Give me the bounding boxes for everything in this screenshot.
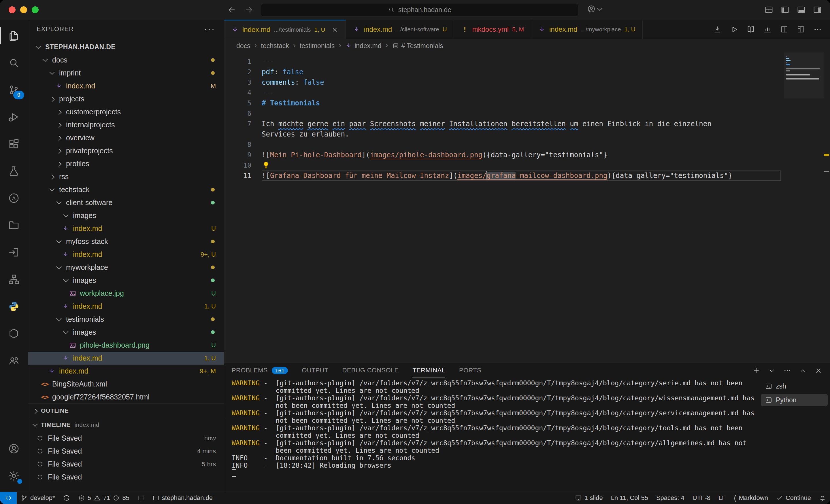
breadcrumb-item[interactable]: techstack <box>261 42 289 50</box>
outline-section-header[interactable]: OUTLINE <box>28 403 224 417</box>
tree-item-images[interactable]: images <box>28 209 224 222</box>
activity-extensions[interactable] <box>0 131 28 158</box>
tree-item-imprint[interactable]: imprint <box>28 67 224 79</box>
terminal-instance-Python[interactable]: Python <box>761 394 828 406</box>
tree-item-privateprojects[interactable]: privateprojects <box>28 144 224 157</box>
tree-item-BingSiteAuth.xml[interactable]: <>BingSiteAuth.xml <box>28 377 224 391</box>
minimap[interactable] <box>786 56 821 80</box>
tree-item-pihole-dashboard.png[interactable]: pihole-dashboard.pngU <box>28 339 224 351</box>
tree-item-myfoss-stack[interactable]: myfoss-stack <box>28 235 224 248</box>
tab-index.md[interactable]: index.md.../client-softwareU <box>346 20 454 39</box>
breadcrumb-item[interactable]: docs <box>236 42 250 50</box>
customize-layout-icon[interactable] <box>764 5 773 14</box>
panel-bottom-icon[interactable] <box>797 5 806 14</box>
breadcrumb-item[interactable]: testimonials <box>300 42 334 50</box>
live-preview-status[interactable]: stephan.hadan.de <box>149 492 217 504</box>
profile-button[interactable] <box>587 5 602 13</box>
chevron-down-icon[interactable] <box>768 367 776 375</box>
zoom-window-button[interactable] <box>32 6 39 13</box>
layout-status-button[interactable] <box>133 492 149 504</box>
tree-item-testimonials[interactable]: testimonials <box>28 313 224 326</box>
tree-item-STEPHAN.HADAN.DE[interactable]: STEPHAN.HADAN.DE <box>28 41 224 54</box>
tree-item-client-software[interactable]: client-software <box>28 196 224 209</box>
activity-source-control[interactable]: 9 <box>0 76 28 103</box>
panel-tab-PORTS[interactable]: PORTS <box>459 363 481 378</box>
chevron-up-icon[interactable] <box>799 367 807 375</box>
continue-status[interactable]: Continue <box>772 492 815 504</box>
breadcrumb-item[interactable]: index.md <box>345 42 381 50</box>
indentation-status[interactable]: Spaces: 4 <box>652 492 689 504</box>
timeline-section-header[interactable]: TIMELINE index.md <box>28 417 224 432</box>
problems-status[interactable]: 57185 <box>74 492 133 504</box>
tree-item-techstack[interactable]: techstack <box>28 183 224 196</box>
tree-item-internalprojects[interactable]: internalprojects <box>28 119 224 131</box>
tree-item-index.md[interactable]: index.mdM <box>28 79 224 93</box>
activity-hierarchy[interactable] <box>0 266 28 293</box>
tab-index.md[interactable]: index.md.../testimonials1, U <box>224 20 346 39</box>
notifications-button[interactable] <box>815 492 830 504</box>
activity-testing[interactable] <box>0 158 28 184</box>
tree-item-rss[interactable]: rss <box>28 170 224 183</box>
panel-tab-TERMINAL[interactable]: TERMINAL <box>412 363 445 378</box>
terminal-output[interactable]: WARNING - [git-authors-plugin] /var/fold… <box>224 378 761 492</box>
preview-icon[interactable] <box>746 25 755 34</box>
slides-status[interactable]: 1 slide <box>571 492 607 504</box>
terminal-instance-zsh[interactable]: zsh <box>761 380 828 393</box>
activity-people[interactable] <box>0 347 28 374</box>
tree-item-googlef727264f56832057.html[interactable]: <>googlef727264f56832057.html <box>28 391 224 403</box>
tree-item-index.md[interactable]: index.md9+, U <box>28 248 224 261</box>
explorer-actions-button[interactable]: ··· <box>204 24 215 34</box>
plus-icon[interactable] <box>752 367 760 375</box>
command-center[interactable]: stephan.hadan.de <box>261 3 578 16</box>
panel-tab-OUTPUT[interactable]: OUTPUT <box>302 363 328 378</box>
tree-item-overview[interactable]: overview <box>28 131 224 144</box>
split-editor-icon[interactable] <box>780 25 789 34</box>
sync-button[interactable] <box>59 492 74 504</box>
tab-mkdocs.yml[interactable]: !mkdocs.yml5, M <box>454 20 531 39</box>
tree-item-images[interactable]: images <box>28 274 224 287</box>
close-window-button[interactable] <box>9 6 15 13</box>
export-down-icon[interactable] <box>713 25 722 34</box>
activity-circle-a[interactable]: A <box>0 184 28 212</box>
run-icon[interactable] <box>730 25 738 34</box>
encoding-status[interactable]: UTF-8 <box>689 492 714 504</box>
cursor-position-status[interactable]: Ln 11, Col 55 <box>607 492 652 504</box>
close-icon[interactable] <box>815 367 823 375</box>
tree-item-index.md[interactable]: index.md9+, M <box>28 365 224 377</box>
panel-right-icon[interactable] <box>813 5 822 14</box>
timeline-item[interactable]: File Saved <box>28 471 224 483</box>
tree-item-myworkplace[interactable]: myworkplace <box>28 261 224 274</box>
tree-item-images[interactable]: images <box>28 326 224 339</box>
layout-icon[interactable] <box>797 25 805 34</box>
timeline-item[interactable]: File Savednow <box>28 432 224 445</box>
go-back-button[interactable] <box>227 5 236 14</box>
eol-status[interactable]: LF <box>714 492 730 504</box>
git-branch-status[interactable]: develop* <box>17 492 59 504</box>
tree-item-index.md[interactable]: index.md1, U <box>28 351 224 365</box>
close-tab-icon[interactable] <box>331 26 339 33</box>
activity-python[interactable] <box>0 293 28 320</box>
editor[interactable]: 1---2pdf: false3comments: false4---5# Te… <box>224 53 830 363</box>
activity-hexagon[interactable] <box>0 320 28 347</box>
panel-tab-PROBLEMS[interactable]: PROBLEMS161 <box>232 363 288 378</box>
tree-item-projects[interactable]: projects <box>28 93 224 105</box>
timeline-item[interactable]: File Saved5 hrs <box>28 458 224 471</box>
more-icon[interactable] <box>813 25 822 34</box>
activity-folder-ext[interactable] <box>0 212 28 239</box>
activity-remote-explorer[interactable] <box>0 239 28 266</box>
breadcrumb-item[interactable]: # Testimonials <box>392 42 443 50</box>
tree-item-docs[interactable]: docs <box>28 54 224 67</box>
panel-left-icon[interactable] <box>780 5 790 14</box>
tree-item-workplace.jpg[interactable]: workplace.jpgU <box>28 287 224 300</box>
go-forward-button[interactable] <box>245 5 254 14</box>
tree-item-index.md[interactable]: index.mdU <box>28 222 224 235</box>
activity-search[interactable] <box>0 49 28 76</box>
language-mode-status[interactable]: (Markdown <box>730 492 772 504</box>
minimize-window-button[interactable] <box>20 6 27 13</box>
lightbulb-icon[interactable] <box>262 161 270 169</box>
tree-item-index.md[interactable]: index.md1, U <box>28 300 224 313</box>
panel-tab-DEBUG CONSOLE[interactable]: DEBUG CONSOLE <box>342 363 399 378</box>
activity-settings[interactable] <box>0 462 28 489</box>
timeline-item[interactable]: File Saved4 mins <box>28 445 224 458</box>
graph-icon[interactable] <box>763 25 772 34</box>
